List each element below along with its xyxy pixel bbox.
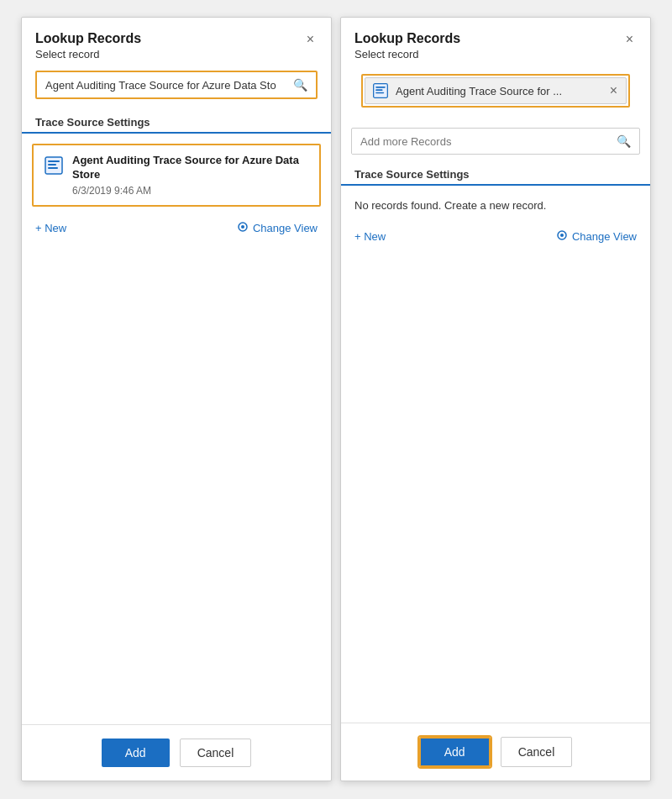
left-change-view-label: Change View — [253, 222, 318, 234]
right-no-records: No records found. Create a new record. — [341, 192, 650, 218]
left-close-button[interactable]: × — [303, 31, 318, 48]
left-panel-title: Lookup Records — [35, 31, 141, 46]
selected-tag: Agent Auditing Trace Source for ... × — [365, 77, 627, 104]
left-add-button[interactable]: Add — [102, 739, 170, 767]
left-actions-row: + New Change View — [22, 210, 331, 243]
left-lookup-panel: Lookup Records Select record × 🔍 Trace S… — [21, 17, 332, 781]
svg-rect-9 — [375, 92, 384, 94]
selected-tag-wrapper: Agent Auditing Trace Source for ... × — [361, 74, 630, 108]
svg-rect-2 — [48, 164, 56, 166]
left-cancel-button[interactable]: Cancel — [180, 739, 252, 767]
svg-point-5 — [241, 225, 244, 229]
svg-point-11 — [560, 234, 564, 237]
left-search-input[interactable] — [37, 73, 285, 97]
right-add-button[interactable]: Add — [419, 737, 491, 767]
svg-rect-1 — [48, 160, 60, 162]
left-panel-footer: Add Cancel — [22, 724, 331, 781]
left-new-button[interactable]: + New — [35, 220, 66, 236]
svg-rect-3 — [48, 167, 58, 169]
left-panel-subtitle: Select record — [35, 48, 141, 60]
left-search-section: 🔍 — [22, 64, 331, 109]
right-new-button[interactable]: + New — [354, 229, 386, 244]
right-add-more-input[interactable] — [352, 129, 608, 154]
selected-tag-remove-button[interactable]: × — [608, 84, 619, 97]
right-panel-subtitle: Select record — [354, 48, 460, 60]
left-search-icon[interactable]: 🔍 — [285, 72, 316, 97]
left-change-view-icon — [236, 220, 249, 236]
right-panel-header: Lookup Records Select record × — [341, 18, 650, 64]
right-cancel-button[interactable]: Cancel — [501, 737, 573, 767]
right-panel-footer: Add Cancel — [341, 723, 650, 781]
left-panel-header: Lookup Records Select record × — [22, 18, 331, 64]
right-change-view-icon — [555, 229, 569, 244]
right-add-more-search: 🔍 — [351, 128, 640, 155]
left-section-label: Trace Source Settings — [22, 109, 331, 134]
right-panel-titles: Lookup Records Select record — [354, 31, 460, 60]
right-section-label: Trace Source Settings — [341, 161, 650, 186]
left-record-info: Agent Auditing Trace Source for Azure Da… — [72, 154, 309, 197]
left-record-date: 6/3/2019 9:46 AM — [72, 185, 309, 197]
right-selected-section: Agent Auditing Trace Source for ... × — [341, 64, 650, 121]
left-change-view-button[interactable]: Change View — [236, 220, 318, 236]
right-change-view-button[interactable]: Change View — [555, 229, 637, 244]
right-actions-row: + New Change View — [341, 218, 650, 251]
selected-tag-icon — [372, 82, 389, 99]
right-search-icon[interactable]: 🔍 — [608, 129, 639, 154]
right-panel-title: Lookup Records — [354, 31, 460, 46]
right-lookup-panel: Lookup Records Select record × Agent Aud… — [340, 17, 651, 781]
left-record-name: Agent Auditing Trace Source for Azure Da… — [72, 154, 309, 182]
right-close-button[interactable]: × — [622, 31, 637, 48]
left-record-item[interactable]: Agent Auditing Trace Source for Azure Da… — [32, 144, 321, 207]
svg-rect-8 — [375, 89, 382, 91]
left-panel-titles: Lookup Records Select record — [35, 31, 141, 60]
svg-rect-7 — [375, 87, 386, 88]
right-change-view-label: Change View — [572, 230, 637, 243]
left-search-box: 🔍 — [35, 71, 318, 99]
left-record-icon — [44, 155, 64, 176]
selected-tag-text: Agent Auditing Trace Source for ... — [396, 85, 601, 97]
